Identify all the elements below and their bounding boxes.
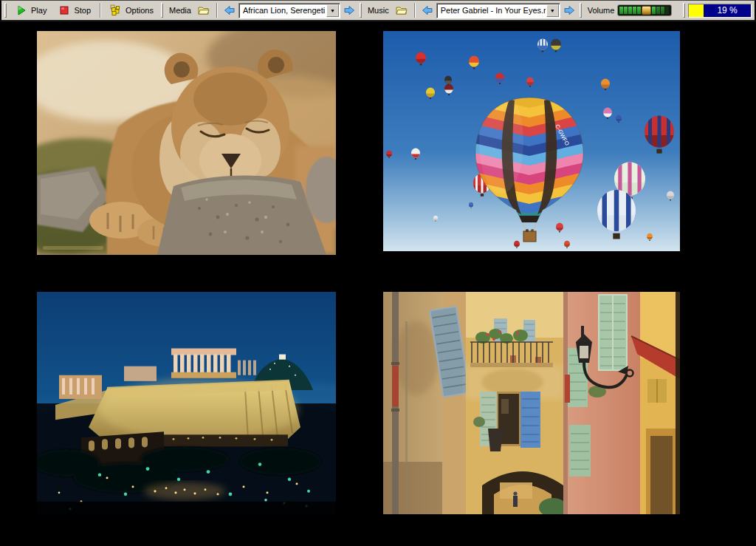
toolbar-grabber[interactable] bbox=[360, 3, 362, 18]
app-window: Play Stop Options Media bbox=[0, 0, 756, 546]
photo-mediterranean-alley bbox=[383, 292, 680, 514]
hot-air-balloons-image: C-GWFO bbox=[383, 31, 680, 251]
progress-indicator: 19 % bbox=[688, 4, 752, 18]
toolbar-grabber[interactable] bbox=[683, 3, 685, 18]
stop-button[interactable]: Stop bbox=[52, 1, 97, 19]
progress-value: 19 % bbox=[704, 4, 751, 17]
watermark-smudge bbox=[43, 246, 103, 250]
toolbar: Play Stop Options Media bbox=[0, 0, 756, 21]
volume-slider[interactable] bbox=[617, 4, 672, 16]
volume-led-segment bbox=[628, 7, 632, 14]
volume-label: Volume bbox=[585, 6, 618, 15]
photo-african-lion bbox=[37, 31, 336, 255]
music-next-button[interactable] bbox=[560, 1, 578, 19]
volume-led-segment bbox=[656, 7, 660, 14]
arrow-left-icon bbox=[224, 4, 236, 16]
toolbar-grabber[interactable] bbox=[4, 3, 7, 18]
arrow-left-icon bbox=[422, 4, 433, 16]
music-combobox[interactable]: Peter Gabriel - In Your Eyes.mp ▼ bbox=[436, 3, 560, 18]
music-previous-button[interactable] bbox=[419, 1, 436, 19]
music-combobox-dropdown-button[interactable]: ▼ bbox=[546, 4, 559, 17]
arrow-right-icon bbox=[343, 4, 355, 16]
volume-led-segment bbox=[619, 7, 623, 14]
african-lion-image bbox=[37, 31, 336, 255]
music-selected-value: Peter Gabriel - In Your Eyes.mp bbox=[441, 6, 546, 15]
media-next-button[interactable] bbox=[340, 1, 358, 19]
volume-led-segment bbox=[661, 7, 664, 14]
media-label: Media bbox=[166, 6, 194, 15]
media-previous-button[interactable] bbox=[221, 1, 238, 19]
play-label: Play bbox=[31, 6, 47, 15]
acropolis-night-image bbox=[37, 292, 336, 515]
toolbar-separator bbox=[100, 3, 101, 18]
options-label: Options bbox=[126, 6, 154, 15]
open-folder-icon bbox=[396, 4, 408, 16]
arrow-right-icon bbox=[563, 4, 575, 16]
media-combobox[interactable]: African Lion, Serengeti, A ▼ bbox=[238, 3, 340, 18]
volume-led-segment bbox=[665, 7, 669, 14]
photo-acropolis-night bbox=[37, 292, 336, 515]
stop-icon bbox=[58, 4, 70, 16]
toolbar-separator bbox=[216, 3, 218, 18]
media-selected-value: African Lion, Serengeti, A bbox=[243, 6, 326, 15]
options-icon bbox=[110, 4, 122, 16]
volume-led-segment bbox=[633, 7, 636, 14]
volume-led-segment bbox=[624, 7, 628, 14]
progress-fill bbox=[689, 4, 704, 17]
toolbar-separator bbox=[414, 3, 416, 18]
media-folder-button[interactable] bbox=[194, 1, 213, 19]
media-combobox-dropdown-button[interactable]: ▼ bbox=[326, 4, 339, 17]
play-icon bbox=[16, 4, 27, 16]
stop-label: Stop bbox=[74, 6, 91, 15]
music-folder-button[interactable] bbox=[392, 1, 411, 19]
play-button[interactable]: Play bbox=[10, 1, 52, 19]
volume-led-segment bbox=[637, 7, 641, 14]
toolbar-grabber[interactable] bbox=[580, 3, 582, 18]
options-button[interactable]: Options bbox=[104, 1, 159, 19]
music-label: Music bbox=[365, 6, 392, 15]
volume-slider-thumb[interactable] bbox=[642, 6, 651, 15]
mediterranean-alley-image bbox=[383, 292, 680, 514]
photo-hot-air-balloons: C-GWFO bbox=[383, 31, 680, 251]
toolbar-grabber[interactable] bbox=[161, 3, 163, 18]
volume-led-segment bbox=[652, 7, 656, 14]
open-folder-icon bbox=[198, 4, 210, 16]
